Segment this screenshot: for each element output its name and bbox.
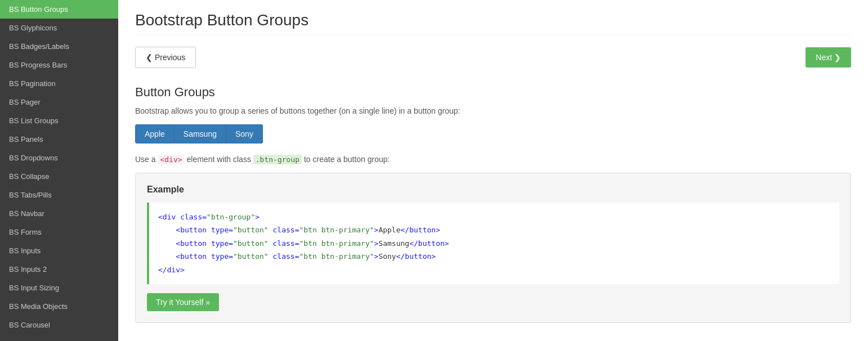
sidebar-item-18[interactable]: BS Modal	[0, 334, 118, 341]
code-line-2: <button type="button" class="btn btn-pri…	[158, 223, 830, 236]
code-line-5: </div>	[158, 263, 830, 276]
sidebar-item-16[interactable]: BS Media Objects	[0, 297, 118, 316]
main-content: Bootstrap Button Groups ❮ Previous Next …	[118, 0, 868, 341]
code-block: <div class="btn-group"> <button type="bu…	[147, 203, 839, 284]
code-line-3: <button type="button" class="btn btn-pri…	[158, 237, 830, 250]
sidebar-item-1[interactable]: BS Glyphicons	[0, 19, 118, 37]
class-code: .btn-group	[253, 155, 302, 164]
use-text-middle: element with class	[187, 155, 251, 164]
apple-button[interactable]: Apple	[135, 124, 175, 143]
use-text: Use a <div> element with class .btn-grou…	[135, 155, 851, 164]
sidebar-item-3[interactable]: BS Progress Bars	[0, 56, 118, 74]
sidebar-item-12[interactable]: BS Forms	[0, 223, 118, 241]
use-text-before: Use a	[135, 155, 156, 164]
nav-row: ❮ Previous Next ❯	[135, 47, 851, 68]
sidebar-item-6[interactable]: BS List Groups	[0, 111, 118, 130]
code-line-1: <div class="btn-group">	[158, 210, 830, 223]
sidebar-item-7[interactable]: BS Panels	[0, 130, 118, 149]
sidebar: BS Button GroupsBS GlyphiconsBS Badges/L…	[0, 0, 118, 341]
sidebar-item-4[interactable]: BS Pagination	[0, 74, 118, 93]
sidebar-item-5[interactable]: BS Pager	[0, 93, 118, 111]
sidebar-item-17[interactable]: BS Carousel	[0, 316, 118, 334]
example-title: Example	[147, 185, 839, 195]
section-description: Bootstrap allows you to group a series o…	[135, 106, 851, 115]
next-button[interactable]: Next ❯	[806, 47, 851, 68]
button-group-demo: Apple Samsung Sony	[135, 124, 851, 143]
sidebar-item-14[interactable]: BS Inputs 2	[0, 260, 118, 279]
example-box: Example <div class="btn-group"> <button …	[135, 173, 851, 323]
sidebar-item-10[interactable]: BS Tabs/Pills	[0, 186, 118, 204]
use-text-after: to create a button group:	[304, 155, 390, 164]
sidebar-item-8[interactable]: BS Dropdowns	[0, 149, 118, 167]
sidebar-item-11[interactable]: BS Navbar	[0, 204, 118, 223]
sidebar-item-9[interactable]: BS Collapse	[0, 167, 118, 186]
sidebar-item-15[interactable]: BS Input Sizing	[0, 279, 118, 297]
section-title: Button Groups	[135, 85, 851, 100]
sidebar-item-0[interactable]: BS Button Groups	[0, 0, 118, 19]
try-button[interactable]: Try it Yourself »	[147, 293, 219, 311]
code-line-4: <button type="button" class="btn btn-pri…	[158, 250, 830, 263]
sidebar-item-2[interactable]: BS Badges/Labels	[0, 37, 118, 56]
samsung-button[interactable]: Samsung	[175, 124, 226, 143]
prev-button[interactable]: ❮ Previous	[135, 47, 196, 68]
sony-button[interactable]: Sony	[226, 124, 263, 143]
div-code: <div>	[158, 155, 184, 164]
page-title: Bootstrap Button Groups	[135, 11, 851, 35]
sidebar-item-13[interactable]: BS Inputs	[0, 241, 118, 260]
